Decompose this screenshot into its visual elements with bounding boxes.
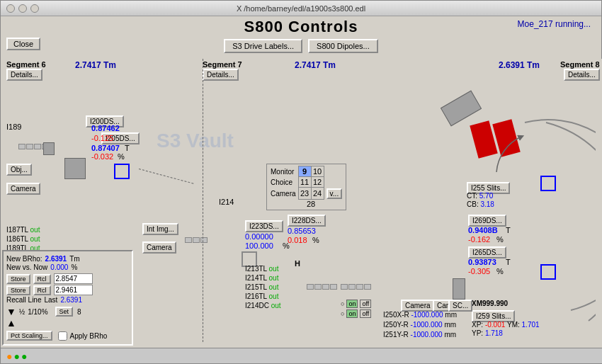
i213tl-row: I213TL out (245, 264, 278, 273)
camera3-button[interactable]: Camera (401, 300, 435, 312)
seg6-val2: 0.87462 (91, 124, 120, 132)
set-val: 8 (77, 308, 81, 316)
v-button[interactable]: v... (326, 188, 343, 199)
main-title: S800 Controls (1, 18, 601, 36)
chain-cell-7r-3 (322, 284, 329, 290)
maximize-btn-circle[interactable] (30, 4, 39, 13)
close-btn-circle[interactable] (6, 4, 15, 13)
i187tl-row: I187TL out (6, 225, 40, 234)
i250yr-mm: mm (444, 321, 456, 329)
camera2-button[interactable]: Camera (142, 241, 176, 254)
close-button[interactable]: Close (6, 38, 40, 50)
new-brho-label: New BRho: (6, 255, 42, 263)
title-bar: X /home/barney/edl/a1900s3s800.edl (1, 1, 601, 16)
chain-seg7 (185, 237, 208, 243)
i216tl-out: out (269, 292, 279, 300)
seg8-details-button[interactable]: Details... (564, 69, 600, 81)
camera1-button[interactable]: Camera (6, 183, 40, 195)
i269-val1: 0.9408B (468, 226, 498, 234)
bottom-icon-2: ● (13, 351, 19, 362)
off-button-2[interactable]: off (360, 309, 371, 318)
seg7-val223-2: 100.000 (245, 241, 273, 250)
pct-scaling-button[interactable]: Pct Scaling... (6, 331, 52, 341)
monitor-choice-bottom-label (268, 200, 298, 209)
monitor-val11[interactable]: 11 (298, 177, 311, 188)
i251yr-val: -1000.000 (411, 331, 443, 339)
apply-brho-checkbox[interactable] (58, 331, 67, 341)
i269-pct: % (496, 235, 504, 244)
beam-cell-2 (26, 144, 33, 149)
seg6-details-button[interactable]: Details... (6, 69, 42, 81)
monitor-val24[interactable]: 24 (311, 188, 324, 200)
chain-cell-7-1 (185, 237, 192, 243)
i186tl-status: out (30, 235, 40, 243)
i255-cb-row: CB: 3.18 (467, 200, 494, 208)
store2-val-input[interactable] (54, 285, 93, 295)
seg7-val228: 0.85653 (288, 227, 316, 235)
i250yr-row: I250Y-R -1000.000 mm (383, 321, 456, 329)
i189-label: I189 (6, 123, 21, 131)
xp-val: -0.001 (485, 321, 505, 329)
i265ds-button[interactable]: I265DS... (468, 246, 506, 258)
i250xr-val: -1000.000 (411, 311, 443, 319)
toolbar: S3 Drive Labels... S800 Dipoles... (1, 36, 601, 56)
brho-pct: % (71, 263, 77, 271)
on-circle-2: ○ (341, 310, 344, 317)
i259-gray-box (453, 278, 465, 300)
new-brho-unit: Tm (69, 255, 79, 263)
monitor-val23[interactable]: 23 (298, 188, 311, 200)
monitor-val9[interactable]: 9 (298, 166, 311, 177)
monitor-val12[interactable]: 12 (311, 177, 324, 188)
rcl2-button[interactable]: Rcl (33, 285, 51, 295)
main-content: S3 Vault Segment 6 Details... 2.7417 Tm … (1, 59, 602, 363)
i265-pct: % (496, 267, 504, 275)
on-button-2[interactable]: on (346, 309, 358, 318)
arrow-up-icon: ▲ (6, 317, 16, 329)
title-bar-path: X /home/barney/edl/a1900s3s800.edl (237, 4, 365, 13)
chain-cell-7r-2 (314, 284, 322, 290)
magnet-seg8-1 (441, 91, 482, 127)
new-vs-now-label: New vs. Now (6, 263, 47, 271)
i228ds-button[interactable]: I228DS... (288, 215, 326, 227)
store2-button[interactable]: Store (6, 285, 30, 295)
i223ds-button[interactable]: I223DS... (245, 220, 283, 232)
yp-val: 1.718 (485, 329, 503, 337)
int-img-button[interactable]: Int Img... (142, 223, 178, 235)
i251yr-label: I251Y-R (383, 331, 409, 339)
store1-button[interactable]: Store (6, 274, 30, 284)
ym-label: YM: (507, 321, 520, 329)
seg6-val1: 0.87407 (91, 144, 120, 152)
i214tl-row: I214TL out (245, 273, 278, 282)
arc-outer (546, 123, 596, 321)
minimize-btn-circle[interactable] (18, 4, 27, 13)
chain-cell-7-3 (200, 237, 208, 243)
sc-button[interactable]: SC... (448, 300, 472, 312)
i187tl-status: out (30, 226, 40, 234)
seg7-details-button[interactable]: Details... (203, 69, 239, 81)
beam-cell-3 (34, 144, 41, 149)
i251yr-row: I251Y-R -1000.000 mm (383, 331, 456, 339)
seg6-unit1: T (125, 144, 130, 152)
on-button-1[interactable]: on (346, 300, 358, 308)
set-button[interactable]: Set (55, 307, 74, 317)
i250xr-mm: mm (445, 311, 457, 319)
seg6-val4: -0.125 (91, 134, 113, 142)
xp-label: XP: (472, 321, 483, 329)
arrow-half-icon: ½ (19, 308, 25, 316)
monitor-val10[interactable]: 10 (311, 166, 324, 177)
seg8-brho: 2.6391 Tm (499, 60, 540, 70)
obj-button[interactable]: Obj... (6, 164, 32, 176)
recall-label: Recall Line (6, 296, 41, 304)
i255-ct-val: 5.70 (479, 192, 493, 200)
s800-dipoles-button[interactable]: S800 Dipoles... (308, 39, 378, 53)
s3-drive-labels-button[interactable]: S3 Drive Labels... (224, 39, 302, 53)
off-button-1[interactable]: off (360, 300, 371, 308)
i269ds-button[interactable]: I269DS... (468, 215, 506, 227)
chain-cell-7r2-3 (356, 284, 363, 290)
i186tl-label: I186TL (6, 235, 30, 243)
h-label2: H (295, 259, 300, 268)
chain-cell-7r-1 (307, 284, 314, 290)
monitor-table: Monitor 9 10 Choice 11 12 Camera 23 24 v… (268, 166, 344, 208)
store1-val-input[interactable] (54, 273, 93, 284)
rcl1-button[interactable]: Rcl (33, 274, 51, 284)
